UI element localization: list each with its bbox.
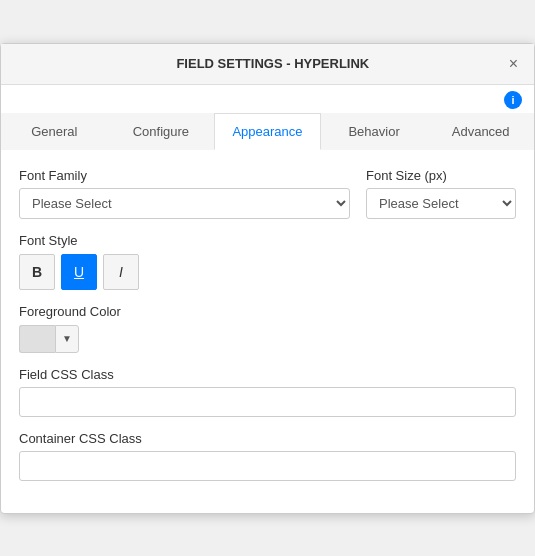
close-button[interactable]: ×	[509, 56, 518, 72]
bold-button[interactable]: B	[19, 254, 55, 290]
font-size-label: Font Size (px)	[366, 168, 516, 183]
color-box[interactable]	[19, 325, 55, 353]
dialog-title: FIELD SETTINGS - HYPERLINK	[37, 56, 509, 71]
fg-color-label: Foreground Color	[19, 304, 121, 319]
font-row: Font Family Please Select Font Size (px)…	[19, 168, 516, 219]
field-css-input[interactable]	[19, 387, 516, 417]
tab-behavior[interactable]: Behavior	[321, 113, 428, 150]
field-css-label: Field CSS Class	[19, 367, 114, 382]
underline-button[interactable]: U	[61, 254, 97, 290]
tab-configure[interactable]: Configure	[108, 113, 215, 150]
content: ❮ App Data Font Family Please Select Fon…	[1, 150, 534, 513]
tab-appearance[interactable]: Appearance	[214, 113, 321, 150]
container-css-section: Container CSS Class	[19, 431, 516, 481]
container-css-input[interactable]	[19, 451, 516, 481]
font-style-buttons: B U I	[19, 254, 516, 290]
font-family-group: Font Family Please Select	[19, 168, 350, 219]
italic-button[interactable]: I	[103, 254, 139, 290]
font-style-label: Font Style	[19, 233, 78, 248]
tab-general[interactable]: General	[1, 113, 108, 150]
font-size-select[interactable]: Please Select	[366, 188, 516, 219]
color-picker-row: ▼	[19, 325, 516, 353]
info-icon[interactable]: i	[504, 91, 522, 109]
info-row: i	[1, 85, 534, 113]
dialog: FIELD SETTINGS - HYPERLINK × i General C…	[0, 43, 535, 514]
color-dropdown-button[interactable]: ▼	[55, 325, 79, 353]
container-css-label: Container CSS Class	[19, 431, 142, 446]
dialog-header: FIELD SETTINGS - HYPERLINK ×	[1, 44, 534, 85]
font-size-group: Font Size (px) Please Select	[366, 168, 516, 219]
font-family-select[interactable]: Please Select	[19, 188, 350, 219]
font-family-label: Font Family	[19, 168, 350, 183]
foreground-color-section: Foreground Color ▼	[19, 304, 516, 353]
field-css-section: Field CSS Class	[19, 367, 516, 417]
tab-advanced[interactable]: Advanced	[427, 113, 534, 150]
tabs: General Configure Appearance Behavior Ad…	[1, 113, 534, 150]
font-style-section: Font Style B U I	[19, 233, 516, 290]
